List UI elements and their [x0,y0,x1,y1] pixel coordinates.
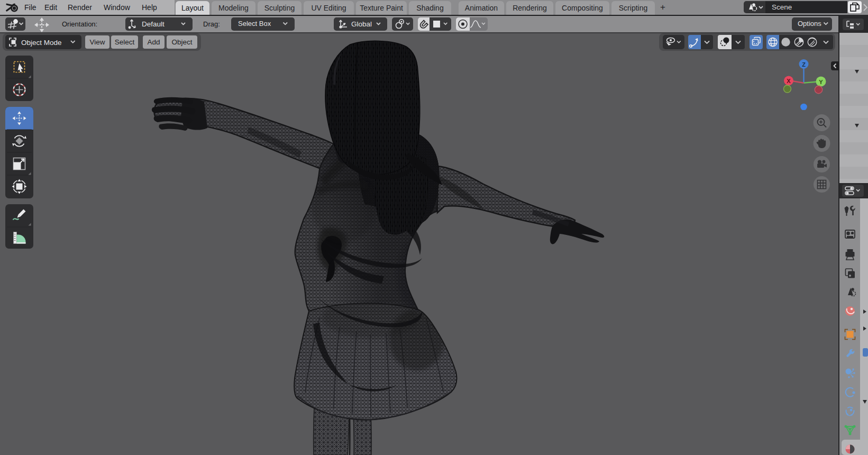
svg-text:Z: Z [802,61,806,68]
svg-text:Y: Y [819,79,823,85]
svg-text:Default: Default [142,20,165,28]
svg-text:Object Mode: Object Mode [21,39,62,47]
svg-text:Global: Global [351,20,372,28]
svg-text:X: X [787,78,791,84]
